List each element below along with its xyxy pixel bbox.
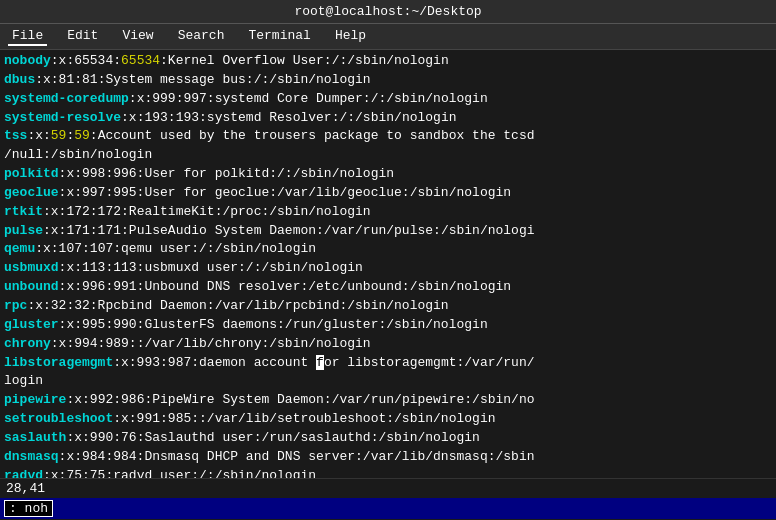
terminal-line: login bbox=[4, 372, 772, 391]
terminal-line: dbus:x:81:81:System message bus:/:/sbin/… bbox=[4, 71, 772, 90]
terminal-line: polkitd:x:998:996:User for polkitd:/:/sb… bbox=[4, 165, 772, 184]
terminal-line: pipewire:x:992:986:PipeWire System Daemo… bbox=[4, 391, 772, 410]
command-bar: : noh bbox=[0, 498, 776, 519]
terminal-line: gluster:x:995:990:GlusterFS daemons:/run… bbox=[4, 316, 772, 335]
terminal-line: saslauth:x:990:76:Saslauthd user:/run/sa… bbox=[4, 429, 772, 448]
terminal-line: nobody:x:65534:65534:Kernel Overflow Use… bbox=[4, 52, 772, 71]
terminal-line: systemd-coredump:x:999:997:systemd Core … bbox=[4, 90, 772, 109]
title-text: root@localhost:~/Desktop bbox=[294, 4, 481, 19]
terminal-line: qemu:x:107:107:qemu user:/:/sbin/nologin bbox=[4, 240, 772, 259]
terminal-line: libstoragemgmt:x:993:987:daemon account … bbox=[4, 354, 772, 373]
terminal-line: chrony:x:994:989::/var/lib/chrony:/sbin/… bbox=[4, 335, 772, 354]
terminal-line: pulse:x:171:171:PulseAudio System Daemon… bbox=[4, 222, 772, 241]
status-bar: 28,41 bbox=[0, 478, 776, 498]
terminal-line: setroubleshoot:x:991:985::/var/lib/setro… bbox=[4, 410, 772, 429]
terminal-line: dnsmasq:x:984:984:Dnsmasq DHCP and DNS s… bbox=[4, 448, 772, 467]
terminal-line: radvd:x:75:75:radvd user:/:/sbin/nologin bbox=[4, 467, 772, 478]
terminal-line: systemd-resolve:x:193:193:systemd Resolv… bbox=[4, 109, 772, 128]
title-bar: root@localhost:~/Desktop bbox=[0, 0, 776, 24]
menu-item-edit[interactable]: Edit bbox=[63, 27, 102, 46]
terminal-line: rtkit:x:172:172:RealtimeKit:/proc:/sbin/… bbox=[4, 203, 772, 222]
terminal-line: rpc:x:32:32:Rpcbind Daemon:/var/lib/rpcb… bbox=[4, 297, 772, 316]
terminal-line: geoclue:x:997:995:User for geoclue:/var/… bbox=[4, 184, 772, 203]
cursor-position: 28,41 bbox=[6, 481, 45, 496]
terminal-line: unbound:x:996:991:Unbound DNS resolver:/… bbox=[4, 278, 772, 297]
menu-item-help[interactable]: Help bbox=[331, 27, 370, 46]
terminal-line: tss:x:59:59:Account used by the trousers… bbox=[4, 127, 772, 146]
menu-item-search[interactable]: Search bbox=[174, 27, 229, 46]
terminal-line: /null:/sbin/nologin bbox=[4, 146, 772, 165]
terminal-content: nobody:x:65534:65534:Kernel Overflow Use… bbox=[0, 50, 776, 478]
menu-item-terminal[interactable]: Terminal bbox=[244, 27, 314, 46]
menu-bar: File Edit View Search Terminal Help bbox=[0, 24, 776, 50]
terminal-line: usbmuxd:x:113:113:usbmuxd user:/:/sbin/n… bbox=[4, 259, 772, 278]
noh-box: : noh bbox=[4, 500, 53, 517]
menu-item-view[interactable]: View bbox=[118, 27, 157, 46]
menu-item-file[interactable]: File bbox=[8, 27, 47, 46]
